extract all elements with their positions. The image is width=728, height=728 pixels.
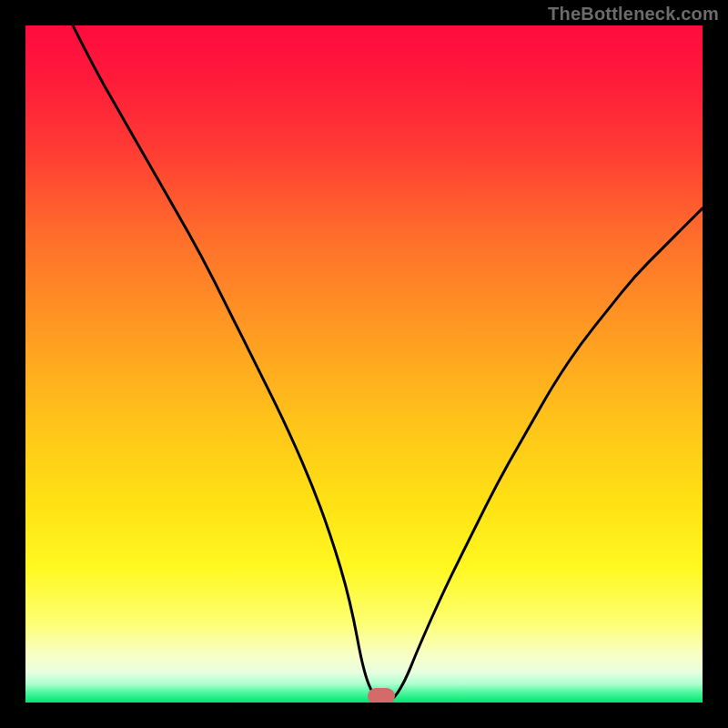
optimum-marker	[368, 688, 395, 703]
background-gradient	[25, 25, 703, 703]
svg-rect-0	[25, 25, 703, 703]
watermark-text: TheBottleneck.com	[548, 4, 719, 25]
plot-area	[25, 25, 703, 703]
chart-frame: TheBottleneck.com	[0, 0, 728, 728]
